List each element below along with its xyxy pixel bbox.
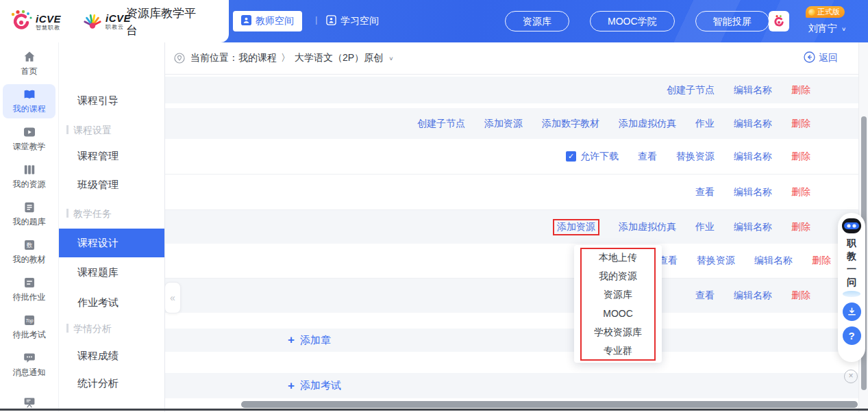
action-add-digital-textbook[interactable]: 添加数字教材 [542,118,599,130]
action-delete[interactable]: 删除 [791,84,810,96]
back-button[interactable]: 返回 [804,51,838,65]
header-link-mooc-academy[interactable]: MOOC学院 [590,11,675,31]
action-edit-name[interactable]: 编辑名称 [754,255,793,267]
homework-icon [23,276,36,289]
action-homework[interactable]: 作业 [695,221,715,233]
secondary-sidebar: 课程引导课程设置课程管理班级管理教学任务课程设计课程题库作业考试学情分析课程成绩… [58,42,165,412]
sidebar-item-my-courses[interactable]: 我的课程 [3,84,55,118]
action-delete[interactable]: 删除 [791,289,810,302]
menu-item-course-management[interactable]: 课程管理 [58,142,164,170]
action-edit-name[interactable]: 编辑名称 [734,186,772,198]
back-label: 返回 [819,52,838,64]
breadcrumb-bar: 当前位置： 我的课程 〉 大学语文（2P）原创 ∨ 返回 [164,42,858,75]
horizontal-scrollbar-thumb[interactable] [241,401,858,408]
help-button[interactable]: ? [843,326,861,345]
sidebar-item-pending-homework[interactable]: 待批作业 [3,272,55,307]
action-replace-resource[interactable]: 替换资源 [676,151,715,163]
user-menu[interactable]: 刘宵宁 ∨ [808,23,846,35]
sidebar-item-label: 待批作业 [13,292,46,303]
dropdown-item-mooc[interactable]: MOOC [574,305,662,322]
sidebar-item-home[interactable]: 首页 [3,47,55,81]
play-icon [23,125,36,139]
textbook-icon: 数 [23,238,36,252]
action-create-child-node[interactable]: 创建子节点 [667,84,715,96]
download-button[interactable] [843,302,861,321]
app-title: 资源库教学平台 [126,5,199,39]
avatar[interactable] [769,11,789,31]
sidebar-item-classroom-teaching[interactable]: 课堂教学 [3,122,55,156]
action-homework[interactable]: 作业 [695,118,715,130]
breadcrumb-prefix: 当前位置： [190,52,238,64]
breadcrumb-parent[interactable]: 我的课程 [238,52,277,64]
action-edit-name[interactable]: 编辑名称 [734,289,772,302]
breadcrumb-separator: 〉 [281,52,290,64]
action-edit-name[interactable]: 编辑名称 [734,118,772,130]
collapse-handle[interactable]: « [164,282,181,313]
action-delete[interactable]: 删除 [812,255,831,267]
dropdown-item-my-resources[interactable]: 我的资源 [574,268,662,284]
action-create-child-node[interactable]: 创建子节点 [417,118,465,130]
sidebar-item-label: 消息通知 [13,367,46,378]
sidebar-item-pending-exams[interactable]: Top待批考试 [3,310,55,344]
dropdown-item-local-upload[interactable]: 本地上传 [574,249,662,266]
add-exam-row[interactable]: + 添加考试 [164,373,858,398]
app: iCVE智慧职教 iCVE职教云 资源库教学平台 教师空间 | 学习空间 资源库… [0,0,868,412]
action-delete[interactable]: 删除 [791,151,810,163]
assistant-widget[interactable]: 职教一问 ? [838,213,865,362]
sidebar-item-my-question-bank[interactable]: 我的题库 [3,197,55,231]
menu-item-class-management[interactable]: 班级管理 [58,171,164,198]
action-add-resource[interactable]: 添加资源 [484,118,523,130]
action-delete[interactable]: 删除 [791,221,810,233]
primary-sidebar: 首页我的课程课堂教学我的资源我的题库数我的教材待批作业Top待批考试消息通知 [0,42,59,412]
username: 刘宵宁 [808,23,837,35]
action-view[interactable]: 查看 [695,289,715,302]
action-delete[interactable]: 删除 [791,186,810,198]
teacher-icon [241,15,251,27]
chevron-down-icon[interactable]: ∨ [388,55,393,62]
action-add-virtual-simulation[interactable]: 添加虚拟仿真 [619,118,676,130]
menu-item-course-design[interactable]: 课程设计 [58,229,164,257]
student-space-tab[interactable]: 学习空间 [326,11,379,31]
medal-icon [808,9,815,16]
action-add-resource[interactable]: 添加资源 [553,219,599,235]
action-add-virtual-simulation[interactable]: 添加虚拟仿真 [619,221,676,233]
student-space-label: 学习空间 [340,15,379,27]
robot-icon [841,217,863,235]
book-icon [23,88,36,101]
header-link-smart-cast[interactable]: 智能投屏 [695,11,769,31]
close-widget-button[interactable]: × [844,370,858,383]
icve-fan-icon [82,9,103,34]
teacher-space-tab[interactable]: 教师空间 [233,11,302,31]
window-bottom-edge [0,409,868,411]
logo-name: iCVE [36,14,61,24]
back-arrow-icon [804,51,815,65]
menu-item-course-question-bank[interactable]: 课程题库 [58,259,164,286]
action-view[interactable]: 查看 [638,151,657,163]
menu-item-homework-exam[interactable]: 作业考试 [58,289,164,316]
svg-text:数: 数 [26,242,32,248]
action-replace-resource[interactable]: 替换资源 [697,255,735,267]
dropdown-item-school-resource-library[interactable]: 学校资源库 [574,324,662,340]
teacher-space-label: 教师空间 [256,15,294,27]
dropdown-item-resource-library[interactable]: 资源库 [574,286,662,302]
action-edit-name[interactable]: 编辑名称 [734,84,772,96]
allow-download-toggle[interactable]: ✓允许下载 [566,151,619,163]
add-chapter-row[interactable]: + 添加章 [164,329,858,352]
action-delete[interactable]: 删除 [791,118,810,130]
add-exam-label: 添加考试 [300,379,341,392]
action-edit-name[interactable]: 编辑名称 [734,151,772,163]
menu-item-course-grades[interactable]: 课程成绩 [58,342,164,370]
sidebar-item-my-resources[interactable]: 我的资源 [3,159,55,194]
breadcrumb-current[interactable]: 大学语文（2P）原创 [295,52,383,64]
sidebar-item-messages[interactable]: 消息通知 [3,348,55,382]
app-header: iCVE智慧职教 iCVE职教云 资源库教学平台 教师空间 | 学习空间 资源库… [0,0,868,42]
action-view[interactable]: 查看 [695,186,715,198]
assistant-label: 职教一问 [846,237,857,289]
menu-item-course-guide[interactable]: 课程引导 [58,87,164,114]
sidebar-item-my-textbooks[interactable]: 数我的教材 [3,235,55,269]
dropdown-item-major-group[interactable]: 专业群 [574,342,662,359]
menu-item-statistics[interactable]: 统计分析 [58,370,164,397]
header-link-resource-library[interactable]: 资源库 [505,11,569,31]
content-row-2: 创建子节点添加资源添加数字教材添加虚拟仿真作业编辑名称删除 [164,108,858,139]
action-edit-name[interactable]: 编辑名称 [734,221,772,233]
